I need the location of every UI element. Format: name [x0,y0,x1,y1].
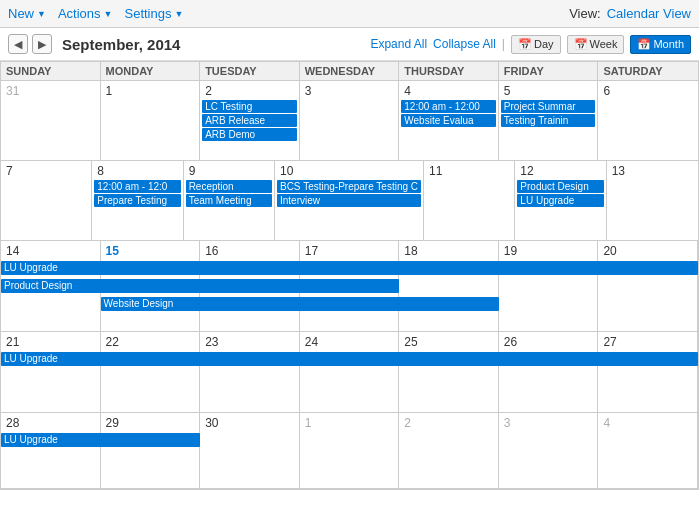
day-sep1: 1 [101,81,201,160]
day-sep3: 3 [300,81,400,160]
event-website-eval[interactable]: Website Evalua [401,114,496,127]
week-4: 21 22 23 24 25 26 27 LU Upgrade [1,332,698,413]
day-num-sep1: 1 [103,83,198,99]
event-lu-upgrade-sep12[interactable]: LU Upgrade [517,194,603,207]
event-bcs-testing[interactable]: BCS Testing-Prepare Testing C [277,180,421,193]
day-num-sep15: 15 [103,243,198,259]
week-view-btn[interactable]: 📅 Week [567,35,625,54]
week-label: Week [590,38,618,50]
day-num-sep16: 16 [202,243,297,259]
day-sep20: 20 [598,241,698,331]
nav-arrows: ◀ ▶ [8,34,52,54]
calendar-header: SUNDAY MONDAY TUESDAY WEDNESDAY THURSDAY… [1,62,698,81]
event-testing-training[interactable]: Testing Trainin [501,114,596,127]
next-button[interactable]: ▶ [32,34,52,54]
header-wednesday: WEDNESDAY [300,62,400,80]
day-num-sep19: 19 [501,243,596,259]
week-5: 28 29 30 1 2 3 4 LU Upgrade [1,413,698,489]
day-num-sep10: 10 [277,163,421,179]
day-num-sep2: 2 [202,83,297,99]
day-num-sep5: 5 [501,83,596,99]
event-reception[interactable]: Reception [186,180,272,193]
settings-button[interactable]: Settings ▼ [125,6,184,21]
day-sep2: 2 LC Testing ARB Release ARB Demo [200,81,300,160]
day-num-sep12: 12 [517,163,603,179]
header-sunday: SUNDAY [1,62,101,80]
day-sep7: 7 [1,161,92,240]
day-sep29: 29 [101,413,201,488]
actions-label: Actions [58,6,101,21]
day-num-sep8: 8 [94,163,180,179]
actions-arrow-icon: ▼ [104,9,113,19]
header-friday: FRIDAY [499,62,599,80]
event-12am-sep4[interactable]: 12:00 am - 12:00 [401,100,496,113]
week-1: 31 1 2 LC Testing ARB Release ARB Demo 3… [1,81,698,161]
day-num-sep24: 24 [302,334,397,350]
actions-button[interactable]: Actions ▼ [58,6,113,21]
header-saturday: SATURDAY [598,62,698,80]
day-sep11: 11 [424,161,515,240]
day-num-oct4: 4 [600,415,695,431]
event-arb-demo[interactable]: ARB Demo [202,128,297,141]
day-sep13: 13 [607,161,698,240]
span-product-design-w3[interactable]: Product Design [1,279,399,293]
span-lu-upgrade-w5[interactable]: LU Upgrade [1,433,200,447]
week-icon: 📅 [574,38,588,51]
day-num-sep9: 9 [186,163,272,179]
event-proj-summary[interactable]: Project Summar [501,100,596,113]
day-num-sep4: 4 [401,83,496,99]
event-arb-release[interactable]: ARB Release [202,114,297,127]
new-button[interactable]: New ▼ [8,6,46,21]
day-num-sep7: 7 [3,163,89,179]
month-view-btn[interactable]: 📅 Month [630,35,691,54]
event-lc-testing[interactable]: LC Testing [202,100,297,113]
collapse-all-link[interactable]: Collapse All [433,37,496,51]
event-interview[interactable]: Interview [277,194,421,207]
day-sep5: 5 Project Summar Testing Trainin [499,81,599,160]
day-sep25: 25 [399,332,499,412]
event-team-meeting[interactable]: Team Meeting [186,194,272,207]
prev-button[interactable]: ◀ [8,34,28,54]
month-label: Month [653,38,684,50]
day-sep10: 10 BCS Testing-Prepare Testing C Intervi… [275,161,424,240]
month-title: September, 2014 [62,36,370,53]
expand-all-link[interactable]: Expand All [370,37,427,51]
day-num-sep14: 14 [3,243,98,259]
day-num-sep29: 29 [103,415,198,431]
day-oct1: 1 [300,413,400,488]
day-sep27: 27 [598,332,698,412]
span-lu-upgrade-w3[interactable]: LU Upgrade [1,261,698,275]
span-lu-upgrade-w4[interactable]: LU Upgrade [1,352,698,366]
day-num-sep17: 17 [302,243,397,259]
day-num-sep13: 13 [609,163,696,179]
day-num-sep23: 23 [202,334,297,350]
new-label: New [8,6,34,21]
day-num-oct1: 1 [302,415,397,431]
toolbar: New ▼ Actions ▼ Settings ▼ View: Calenda… [0,0,699,28]
day-sep28: 28 [1,413,101,488]
day-num-sep27: 27 [600,334,695,350]
day-view-btn[interactable]: 📅 Day [511,35,561,54]
event-12am-sep8[interactable]: 12:00 am - 12:0 [94,180,180,193]
day-num-aug31: 31 [3,83,98,99]
day-sep6: 6 [598,81,698,160]
day-num-sep11: 11 [426,163,512,179]
day-oct4: 4 [598,413,698,488]
day-sep19: 19 [499,241,599,331]
view-prefix: View: [569,6,601,21]
event-prepare-testing[interactable]: Prepare Testing [94,194,180,207]
day-sep23: 23 [200,332,300,412]
event-product-design-sep12[interactable]: Product Design [517,180,603,193]
day-sep26: 26 [499,332,599,412]
nav-actions: Expand All Collapse All | 📅 Day 📅 Week 📅… [370,35,691,54]
span-website-design-w3[interactable]: Website Design [101,297,499,311]
day-num-sep26: 26 [501,334,596,350]
day-num-sep28: 28 [3,415,98,431]
header-monday: MONDAY [101,62,201,80]
day-num-oct2: 2 [401,415,496,431]
day-oct3: 3 [499,413,599,488]
header-tuesday: TUESDAY [200,62,300,80]
header-thursday: THURSDAY [399,62,499,80]
day-num-sep30: 30 [202,415,297,431]
calendar-view-link[interactable]: Calendar View [607,6,691,21]
